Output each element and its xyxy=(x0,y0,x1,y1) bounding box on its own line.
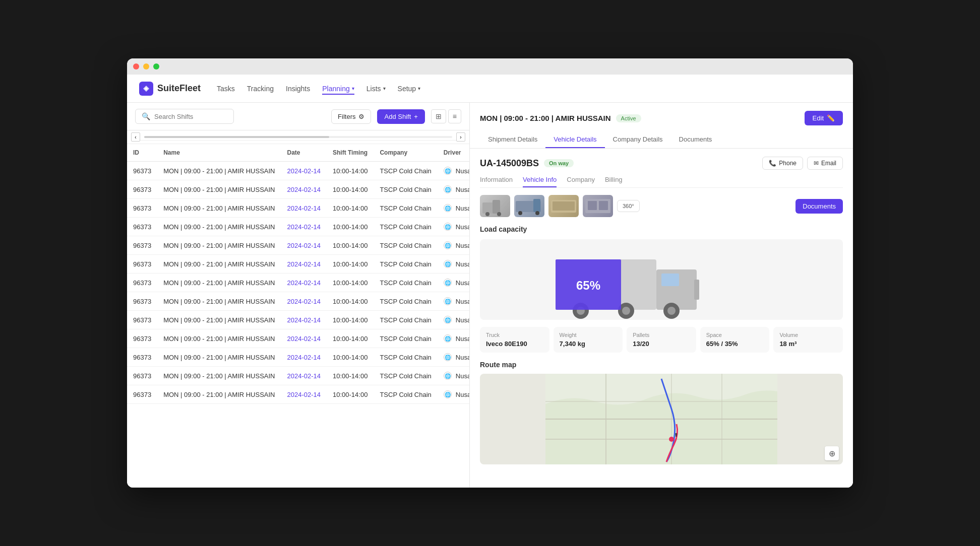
phone-button[interactable]: 📞 Phone xyxy=(762,157,803,170)
svg-point-32 xyxy=(669,437,674,442)
subtab-information[interactable]: Information xyxy=(480,176,513,187)
cell-timing: 10:00-14:00 xyxy=(327,311,374,329)
subtab-company[interactable]: Company xyxy=(567,176,595,187)
col-id: ID xyxy=(127,144,157,162)
subtab-vehicle-info[interactable]: Vehicle Info xyxy=(523,176,557,187)
cell-driver: 🌐 Nusair Haq xyxy=(438,218,469,236)
cell-id: 96373 xyxy=(127,292,157,311)
tab-company-details[interactable]: Company Details xyxy=(605,131,671,148)
svg-rect-1 xyxy=(493,200,500,214)
table-row[interactable]: 96373 MON | 09:00 - 21:00 | AMIR HUSSAIN… xyxy=(127,274,469,292)
scroll-right-arrow[interactable]: › xyxy=(456,132,465,142)
svg-rect-5 xyxy=(533,199,540,212)
vehicle-image-4[interactable] xyxy=(583,195,613,217)
nav-setup[interactable]: Setup ▾ xyxy=(398,83,421,95)
scroll-bar[interactable] xyxy=(140,134,456,141)
table-row[interactable]: 96373 MON | 09:00 - 21:00 | AMIR HUSSAIN… xyxy=(127,292,469,311)
planning-chevron-icon: ▾ xyxy=(352,86,354,91)
tab-documents[interactable]: Documents xyxy=(671,131,720,148)
svg-point-2 xyxy=(485,212,489,216)
globe-icon: 🌐 xyxy=(444,316,452,324)
lists-chevron-icon: ▾ xyxy=(383,86,386,91)
cell-id: 96373 xyxy=(127,162,157,180)
col-company: Company xyxy=(374,144,437,162)
search-box[interactable]: 🔍 xyxy=(135,109,234,124)
cell-timing: 10:00-14:00 xyxy=(327,348,374,367)
table-row[interactable]: 96373 MON | 09:00 - 21:00 | AMIR HUSSAIN… xyxy=(127,162,469,180)
search-input[interactable] xyxy=(154,113,227,120)
table-row[interactable]: 96373 MON | 09:00 - 21:00 | AMIR HUSSAIN… xyxy=(127,329,469,348)
edit-icon: ✏️ xyxy=(827,114,835,122)
table-row[interactable]: 96373 MON | 09:00 - 21:00 | AMIR HUSSAIN… xyxy=(127,311,469,329)
edit-button[interactable]: Edit ✏️ xyxy=(805,111,843,125)
cell-id: 96373 xyxy=(127,311,157,329)
cell-company: TSCP Cold Chain xyxy=(374,236,437,255)
maximize-button[interactable] xyxy=(153,63,159,70)
cell-company: TSCP Cold Chain xyxy=(374,311,437,329)
cell-timing: 10:00-14:00 xyxy=(327,199,374,218)
close-button[interactable] xyxy=(133,63,139,70)
cell-name: MON | 09:00 - 21:00 | AMIR HUSSAIN xyxy=(157,255,281,274)
logo-icon xyxy=(139,82,153,96)
globe-icon: 🌐 xyxy=(444,260,452,268)
documents-button[interactable]: Documents xyxy=(795,199,843,214)
vehicle-image-2[interactable] xyxy=(514,195,544,217)
cell-date: 2024-02-14 xyxy=(281,385,327,404)
nav-tasks[interactable]: Tasks xyxy=(217,83,235,95)
cell-timing: 10:00-14:00 xyxy=(327,274,374,292)
svg-point-7 xyxy=(535,211,539,215)
table-row[interactable]: 96373 MON | 09:00 - 21:00 | AMIR HUSSAIN… xyxy=(127,236,469,255)
cell-timing: 10:00-14:00 xyxy=(327,218,374,236)
cell-name: MON | 09:00 - 21:00 | AMIR HUSSAIN xyxy=(157,329,281,348)
cell-company: TSCP Cold Chain xyxy=(374,199,437,218)
table-row[interactable]: 96373 MON | 09:00 - 21:00 | AMIR HUSSAIN… xyxy=(127,218,469,236)
map-zoom-button[interactable]: ⊕ xyxy=(825,446,839,460)
stat-volume-value: 18 m³ xyxy=(779,340,837,348)
email-button[interactable]: ✉ Email xyxy=(807,157,843,170)
cell-date: 2024-02-14 xyxy=(281,292,327,311)
shift-title-bar: MON | 09:00 - 21:00 | AMIR HUSSAIN Activ… xyxy=(480,111,843,125)
globe-icon: 🌐 xyxy=(444,372,452,380)
table-row[interactable]: 96373 MON | 09:00 - 21:00 | AMIR HUSSAIN… xyxy=(127,180,469,199)
nav-planning[interactable]: Planning ▾ xyxy=(322,83,354,95)
vehicle-id: UA-145009BS On way xyxy=(480,158,574,169)
filters-button[interactable]: Filters ⚙ xyxy=(331,109,371,124)
nav-tracking[interactable]: Tracking xyxy=(247,83,274,95)
col-driver: Driver xyxy=(438,144,469,162)
add-shift-button[interactable]: Add Shift + xyxy=(377,109,424,124)
vehicle-image-1[interactable] xyxy=(480,195,510,217)
cell-company: TSCP Cold Chain xyxy=(374,180,437,199)
list-view-button[interactable]: ≡ xyxy=(448,109,461,123)
cell-driver: 🌐 Nusair Haq xyxy=(438,348,469,367)
stat-truck: Truck Iveco 80E190 xyxy=(480,327,549,353)
logo-text: SuiteFleet xyxy=(157,83,201,94)
table-row[interactable]: 96373 MON | 09:00 - 21:00 | AMIR HUSSAIN… xyxy=(127,367,469,385)
nav-insights[interactable]: Insights xyxy=(286,83,310,95)
table-row[interactable]: 96373 MON | 09:00 - 21:00 | AMIR HUSSAIN… xyxy=(127,199,469,218)
table-row[interactable]: 96373 MON | 09:00 - 21:00 | AMIR HUSSAIN… xyxy=(127,348,469,367)
view-toggle: ⊞ ≡ xyxy=(431,109,461,123)
scroll-left-arrow[interactable]: ‹ xyxy=(131,132,140,142)
grid-view-button[interactable]: ⊞ xyxy=(431,109,446,123)
table-row[interactable]: 96373 MON | 09:00 - 21:00 | AMIR HUSSAIN… xyxy=(127,255,469,274)
cell-date: 2024-02-14 xyxy=(281,367,327,385)
cell-timing: 10:00-14:00 xyxy=(327,367,374,385)
globe-icon: 🌐 xyxy=(444,241,452,249)
subtab-billing[interactable]: Billing xyxy=(605,176,623,187)
cell-date: 2024-02-14 xyxy=(281,218,327,236)
cell-date: 2024-02-14 xyxy=(281,311,327,329)
minimize-button[interactable] xyxy=(143,63,149,70)
table-row[interactable]: 96373 MON | 09:00 - 21:00 | AMIR HUSSAIN… xyxy=(127,385,469,404)
stat-space: Space 65% / 35% xyxy=(700,327,770,353)
tab-vehicle-details[interactable]: Vehicle Details xyxy=(545,131,604,148)
tab-shipment-details[interactable]: Shipment Details xyxy=(480,131,545,148)
nav-lists[interactable]: Lists ▾ xyxy=(366,83,386,95)
vehicle-image-3[interactable] xyxy=(548,195,579,217)
cell-company: TSCP Cold Chain xyxy=(374,218,437,236)
stat-volume-label: Volume xyxy=(779,332,837,338)
stat-space-label: Space xyxy=(706,332,764,338)
nav-links: Tasks Tracking Insights Planning ▾ Lists… xyxy=(217,83,420,95)
view-360-button[interactable]: 360° xyxy=(617,200,640,212)
toolbar: 🔍 Filters ⚙ Add Shift + ⊞ ≡ xyxy=(127,103,469,130)
stat-weight-value: 7,340 kg xyxy=(560,340,617,348)
